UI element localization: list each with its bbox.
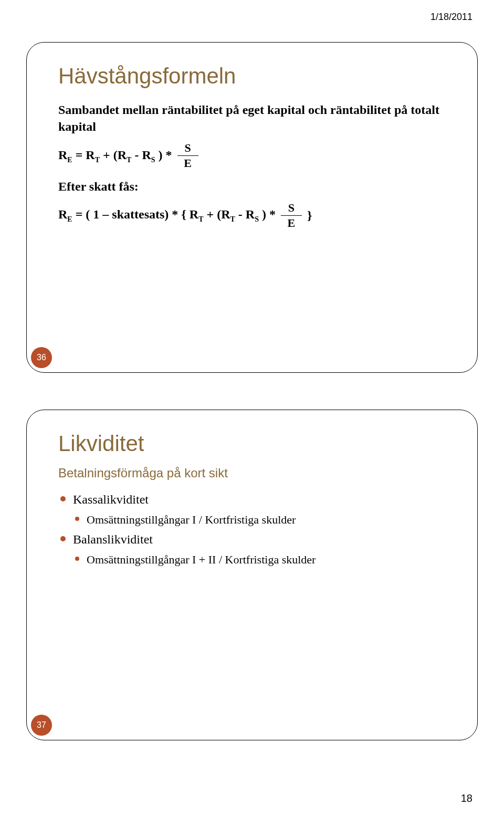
f1-lhs-sub: E <box>67 155 72 163</box>
fraction-2: S E <box>281 202 302 229</box>
f2-rt2-sub: T <box>230 215 235 223</box>
bullet-balanslikviditet: Balanslikviditet <box>58 531 451 549</box>
f2-lhs-sub: E <box>67 215 72 223</box>
f1-rt2-sub: T <box>127 155 131 163</box>
f1-close: ) * <box>155 148 172 162</box>
bullet-kassalikviditet-formula: Omsättningstillgångar I / Kortfristiga s… <box>58 512 451 528</box>
f1-lhs: R <box>58 148 67 162</box>
page-number: 18 <box>461 792 472 804</box>
f2-rs-sub: S <box>255 215 259 223</box>
f1-rt-sub: T <box>95 155 100 163</box>
formula-2-text: RE = ( 1 – skattesats) * { RT + (RT - RS… <box>58 206 276 225</box>
f2-minus: - R <box>235 207 255 221</box>
formula-1: RE = RT + (RT - RS ) * S E <box>58 142 451 170</box>
page-date: 1/18/2011 <box>430 12 472 23</box>
frac1-num: S <box>184 142 191 154</box>
slide-subtitle: Betalningsförmåga på kort sikt <box>58 466 451 480</box>
f1-minus: - R <box>131 148 151 162</box>
slide-likviditet: Likviditet Betalningsförmåga på kort sik… <box>26 410 478 740</box>
frac2-bar <box>281 215 302 216</box>
frac2-den: E <box>288 217 296 229</box>
f2-close: ) * <box>259 207 276 221</box>
slide-title: Hävstångsformeln <box>58 64 451 89</box>
slide-number-badge: 36 <box>31 347 52 368</box>
f1-eq: = R <box>72 148 95 162</box>
f2-eq: = ( 1 – skattesats) * { R <box>72 207 198 221</box>
frac1-bar <box>177 155 198 156</box>
slide-havstangsformeln: Hävstångsformeln Sambandet mellan räntab… <box>26 42 478 373</box>
bullet-kassalikviditet: Kassalikviditet <box>58 491 451 509</box>
frac2-num: S <box>288 202 295 214</box>
f1-plus: + (R <box>100 148 127 162</box>
formula-2: RE = ( 1 – skattesats) * { RT + (RT - RS… <box>58 202 451 229</box>
formula-1-text: RE = RT + (RT - RS ) * <box>58 147 172 165</box>
fraction-1: S E <box>177 142 198 170</box>
frac1-den: E <box>184 157 192 170</box>
f2-lhs: R <box>58 207 67 221</box>
slide-number-badge: 37 <box>31 715 52 736</box>
bullet-balanslikviditet-formula: Omsättningstillgångar I + II / Kortfrist… <box>58 552 451 568</box>
intro-text: Sambandet mellan räntabilitet på eget ka… <box>58 101 451 135</box>
f2-brace-close: } <box>307 207 312 224</box>
f1-rs-sub: S <box>151 155 155 163</box>
f2-plus: + (R <box>203 207 230 221</box>
slide-title: Likviditet <box>58 431 451 456</box>
after-tax-label: Efter skatt fås: <box>58 178 451 195</box>
